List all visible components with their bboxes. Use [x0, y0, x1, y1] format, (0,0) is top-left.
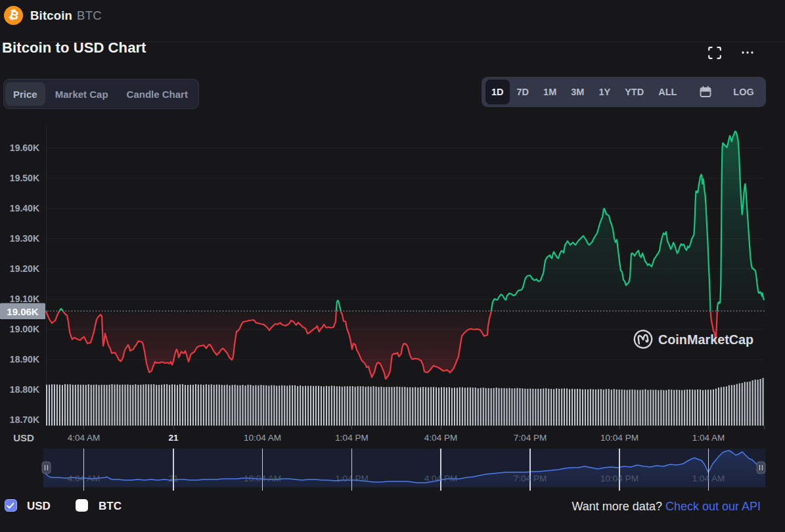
svg-text:4:04 AM: 4:04 AM — [68, 433, 101, 443]
svg-text:4:04 PM: 4:04 PM — [424, 474, 457, 483]
svg-text:19.06K: 19.06K — [7, 306, 39, 317]
svg-text:4:04 AM: 4:04 AM — [68, 474, 101, 483]
svg-text:21: 21 — [168, 433, 179, 443]
svg-text:7:04 PM: 7:04 PM — [514, 433, 547, 443]
svg-text:18.70K: 18.70K — [10, 414, 39, 425]
svg-text:19.00K: 19.00K — [10, 324, 39, 334]
svg-text:USD: USD — [13, 432, 34, 443]
svg-text:4:04 PM: 4:04 PM — [424, 433, 457, 443]
svg-text:10:04 AM: 10:04 AM — [244, 474, 281, 483]
svg-text:19.40K: 19.40K — [10, 203, 39, 213]
svg-text:19.30K: 19.30K — [10, 233, 39, 244]
svg-text:10:04 AM: 10:04 AM — [244, 433, 281, 443]
svg-text:18.90K: 18.90K — [10, 354, 39, 365]
svg-text:1:04 AM: 1:04 AM — [692, 433, 725, 443]
svg-text:19.50K: 19.50K — [10, 173, 39, 183]
svg-text:CoinMarketCap: CoinMarketCap — [658, 332, 753, 347]
svg-text:19.20K: 19.20K — [10, 263, 39, 274]
svg-text:10:04 PM: 10:04 PM — [600, 433, 639, 443]
svg-text:21: 21 — [168, 474, 178, 483]
svg-text:7:04 PM: 7:04 PM — [514, 474, 547, 483]
svg-text:1:04 PM: 1:04 PM — [335, 433, 368, 443]
svg-text:1:04 PM: 1:04 PM — [335, 474, 368, 483]
svg-text:1:04 AM: 1:04 AM — [692, 474, 725, 483]
svg-text:19.10K: 19.10K — [10, 294, 39, 304]
svg-text:10:04 PM: 10:04 PM — [600, 474, 639, 483]
svg-text:18.80K: 18.80K — [10, 384, 39, 395]
svg-text:19.60K: 19.60K — [10, 143, 39, 153]
